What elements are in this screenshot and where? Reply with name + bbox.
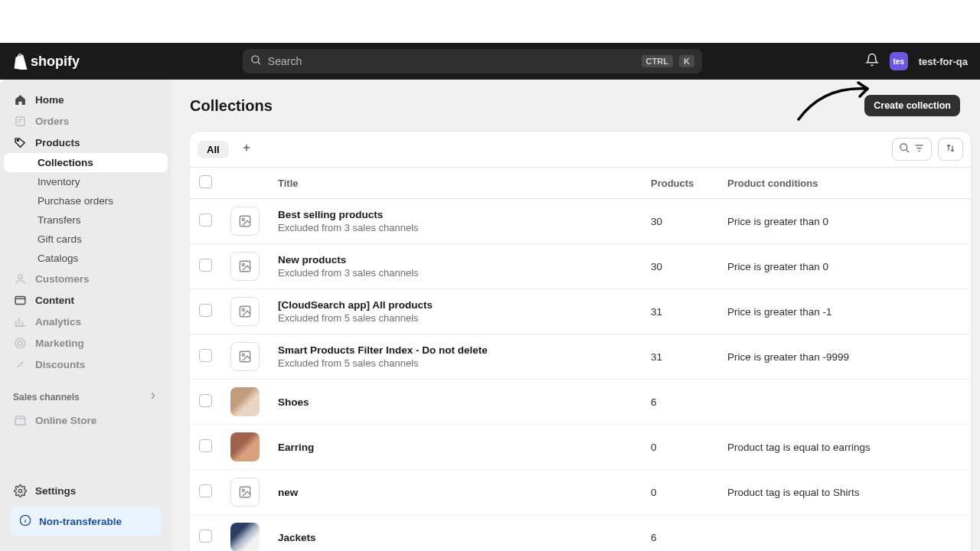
content-icon — [13, 293, 27, 307]
svg-point-7 — [18, 489, 21, 492]
row-title: New products — [278, 254, 632, 266]
sort-icon — [945, 142, 956, 156]
sidebar-sub-transfers[interactable]: Transfers — [4, 210, 168, 230]
column-products[interactable]: Products — [642, 168, 718, 199]
row-checkbox[interactable] — [199, 214, 212, 227]
row-products-count: 30 — [642, 244, 718, 289]
row-title: Earring — [278, 442, 632, 453]
sidebar-item-analytics[interactable]: Analytics — [4, 311, 168, 332]
filter-icon — [913, 142, 925, 156]
row-conditions: Price is greater than 0 — [718, 199, 971, 244]
orders-icon — [13, 114, 27, 128]
sidebar-item-label: Products — [35, 137, 80, 148]
svg-point-15 — [242, 308, 244, 311]
discounts-icon — [13, 357, 27, 371]
svg-rect-14 — [240, 306, 250, 317]
sidebar-sub-collections[interactable]: Collections — [4, 153, 168, 172]
create-collection-button[interactable]: Create collection — [864, 95, 960, 116]
table-row[interactable]: Shoes6 — [190, 380, 971, 425]
sidebar-item-customers[interactable]: Customers — [4, 268, 168, 289]
row-title: Smart Products Filter Index - Do not del… — [278, 344, 632, 356]
row-subtitle: Excluded from 5 sales channels — [278, 357, 632, 369]
row-title: [CloudSearch app] All products — [278, 299, 632, 311]
page-title: Collections — [190, 97, 273, 115]
sidebar-item-label: Orders — [35, 116, 69, 127]
select-all-checkbox[interactable] — [199, 175, 212, 188]
svg-point-0 — [252, 56, 259, 63]
row-checkbox[interactable] — [199, 304, 212, 317]
table-row[interactable]: Best selling productsExcluded from 3 sal… — [190, 199, 971, 244]
collection-thumbnail — [230, 523, 260, 551]
logo-text: shopify — [31, 54, 80, 70]
sidebar-item-label: Marketing — [35, 337, 84, 349]
gear-icon — [13, 484, 27, 497]
svg-rect-4 — [15, 296, 25, 304]
sidebar-sub-purchase-orders[interactable]: Purchase orders — [4, 191, 168, 210]
svg-point-19 — [242, 489, 244, 491]
search-input[interactable]: Search CTRL K — [243, 49, 702, 73]
svg-point-3 — [18, 274, 22, 279]
table-row[interactable]: [CloudSearch app] All productsExcluded f… — [190, 289, 971, 334]
sidebar-sub-catalogs[interactable]: Catalogs — [4, 249, 168, 268]
sidebar-sub-inventory[interactable]: Inventory — [4, 172, 168, 191]
table-row[interactable]: Smart Products Filter Index - Do not del… — [190, 334, 971, 380]
sidebar-item-home[interactable]: Home — [4, 89, 168, 110]
products-icon — [13, 135, 27, 149]
row-conditions: Price is greater than -1 — [718, 289, 971, 334]
kbd-ctrl: CTRL — [642, 55, 673, 67]
image-placeholder-icon — [230, 297, 260, 326]
row-checkbox[interactable] — [199, 394, 212, 407]
search-icon — [250, 54, 262, 68]
sidebar-sub-gift-cards[interactable]: Gift cards — [4, 230, 168, 249]
row-checkbox[interactable] — [199, 484, 212, 497]
row-conditions — [718, 380, 971, 425]
column-conditions[interactable]: Product conditions — [718, 168, 971, 199]
sidebar-section-sales-channels[interactable]: Sales channels — [4, 384, 168, 409]
row-checkbox[interactable] — [199, 259, 212, 272]
sort-button[interactable] — [938, 138, 963, 161]
table-row[interactable]: Earring0Product tag is equal to earrings — [190, 425, 971, 470]
kbd-k: K — [679, 55, 694, 67]
non-transferable-badge[interactable]: Non-transferable — [10, 507, 162, 536]
sidebar-item-settings[interactable]: Settings — [4, 480, 168, 501]
sidebar-item-label: Analytics — [35, 316, 81, 328]
avatar[interactable]: tes — [890, 52, 908, 70]
svg-rect-10 — [240, 216, 250, 227]
sidebar-item-label: Settings — [35, 485, 76, 497]
row-checkbox[interactable] — [199, 349, 212, 362]
sidebar-item-label: Customers — [35, 273, 90, 285]
sidebar-item-marketing[interactable]: Marketing — [4, 332, 168, 354]
table-row[interactable]: New productsExcluded from 3 sales channe… — [190, 244, 971, 289]
table-row[interactable]: Jackets6 — [190, 515, 971, 552]
user-name[interactable]: test-for-qa — [919, 56, 968, 67]
sidebar-item-label: Discounts — [35, 359, 85, 370]
svg-rect-12 — [240, 261, 250, 272]
info-icon — [19, 514, 31, 529]
search-filter-button[interactable] — [892, 138, 932, 161]
whitespace — [0, 0, 980, 43]
tab-all[interactable]: All — [198, 141, 229, 158]
svg-point-2 — [17, 139, 18, 141]
add-view-button[interactable] — [235, 139, 258, 159]
sidebar-item-discounts[interactable]: Discounts — [4, 354, 168, 375]
customers-icon — [13, 272, 27, 285]
sidebar-item-products[interactable]: Products — [4, 132, 168, 153]
shopify-logo[interactable]: shopify — [12, 53, 80, 70]
svg-point-17 — [242, 354, 244, 356]
svg-point-6 — [18, 341, 22, 345]
column-title[interactable]: Title — [269, 168, 642, 199]
row-checkbox[interactable] — [199, 439, 212, 452]
sidebar-item-online-store[interactable]: Online Store — [4, 409, 168, 431]
row-checkbox[interactable] — [199, 530, 212, 543]
row-products-count: 0 — [642, 470, 718, 515]
notifications-icon[interactable] — [865, 53, 879, 70]
sidebar-item-orders[interactable]: Orders — [4, 110, 168, 132]
table-row[interactable]: new0Product tag is equal to Shirts — [190, 470, 971, 515]
svg-point-13 — [242, 263, 244, 266]
sidebar-item-content[interactable]: Content — [4, 289, 168, 311]
top-bar: shopify Search CTRL K tes test-for-qa — [0, 43, 980, 80]
image-placeholder-icon — [230, 478, 260, 507]
marketing-icon — [13, 336, 27, 350]
collections-table: Title Products Product conditions Best s… — [190, 168, 971, 551]
svg-rect-18 — [240, 487, 250, 497]
